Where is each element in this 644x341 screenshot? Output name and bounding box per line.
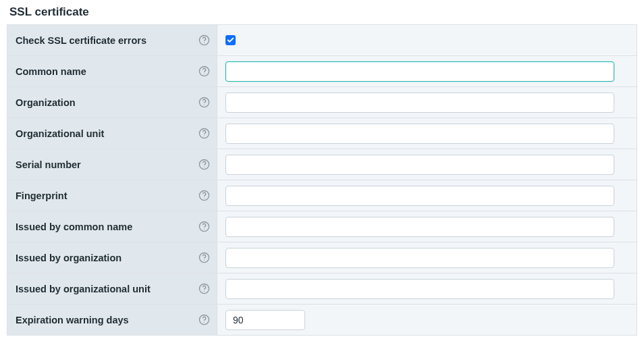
help-icon[interactable]	[198, 221, 210, 233]
svg-point-13	[203, 229, 204, 230]
row-organization: Organization	[7, 87, 637, 118]
common-name-input[interactable]	[225, 61, 614, 82]
svg-point-11	[203, 198, 204, 199]
check-errors-checkbox[interactable]	[225, 35, 236, 45]
fingerprint-input[interactable]	[225, 186, 614, 206]
help-icon[interactable]	[198, 159, 210, 171]
organizational-unit-label: Organizational unit	[16, 128, 104, 139]
row-serial-number: Serial number	[7, 149, 637, 180]
expiration-warning-input[interactable]	[225, 310, 305, 330]
help-icon[interactable]	[198, 97, 210, 109]
check-errors-label: Check SSL certificate errors	[16, 35, 146, 46]
label-cell: Serial number	[7, 149, 217, 180]
help-icon[interactable]	[198, 128, 210, 140]
value-cell	[217, 25, 637, 55]
help-icon[interactable]	[198, 252, 210, 264]
help-icon[interactable]	[198, 190, 210, 202]
fingerprint-label: Fingerprint	[16, 190, 68, 201]
row-check-errors: Check SSL certificate errors	[7, 25, 637, 56]
organizational-unit-input[interactable]	[225, 124, 614, 144]
row-common-name: Common name	[7, 56, 637, 87]
help-icon[interactable]	[198, 34, 210, 47]
help-icon[interactable]	[198, 65, 210, 78]
issued-by-org-label: Issued by organization	[16, 253, 122, 263]
issued-by-ou-label: Issued by organizational unit	[16, 284, 151, 294]
common-name-label: Common name	[16, 66, 86, 77]
label-cell: Organization	[7, 87, 217, 117]
svg-point-19	[203, 322, 204, 323]
svg-point-17	[203, 291, 204, 292]
svg-point-5	[203, 105, 204, 105]
label-cell: Expiration warning days	[7, 305, 217, 335]
organization-input[interactable]	[225, 93, 614, 113]
value-cell	[217, 305, 637, 335]
serial-number-label: Serial number	[16, 159, 81, 170]
help-icon[interactable]	[198, 283, 210, 295]
label-cell: Common name	[7, 56, 217, 86]
value-cell	[217, 118, 637, 149]
svg-point-15	[203, 260, 204, 261]
value-cell	[217, 180, 637, 211]
label-cell: Organizational unit	[7, 118, 217, 149]
value-cell	[217, 211, 637, 242]
section-title: SSL certificate	[9, 5, 637, 19]
label-cell: Fingerprint	[7, 180, 217, 211]
issued-by-cn-input[interactable]	[225, 217, 614, 237]
ssl-form: Check SSL certificate errors Common name	[7, 24, 637, 336]
row-expiration-warning: Expiration warning days	[7, 305, 637, 336]
label-cell: Issued by common name	[7, 211, 217, 242]
help-icon[interactable]	[198, 314, 210, 326]
ssl-certificate-section: SSL certificate Check SSL certificate er…	[0, 0, 644, 341]
value-cell	[217, 273, 637, 304]
value-cell	[217, 149, 637, 180]
value-cell	[217, 242, 637, 273]
label-cell: Issued by organization	[7, 242, 217, 273]
row-issued-by-ou: Issued by organizational unit	[7, 273, 637, 305]
value-cell	[217, 87, 637, 117]
row-issued-by-org: Issued by organization	[7, 242, 637, 273]
issued-by-cn-label: Issued by common name	[16, 221, 132, 232]
issued-by-ou-input[interactable]	[225, 279, 614, 299]
value-cell	[217, 56, 637, 86]
issued-by-org-input[interactable]	[225, 248, 614, 268]
row-organizational-unit: Organizational unit	[7, 118, 637, 149]
row-fingerprint: Fingerprint	[7, 180, 637, 211]
row-issued-by-cn: Issued by common name	[7, 211, 637, 242]
organization-label: Organization	[16, 97, 76, 108]
svg-point-3	[203, 74, 204, 74]
serial-number-input[interactable]	[225, 155, 614, 175]
svg-point-1	[203, 43, 204, 43]
expiration-warning-label: Expiration warning days	[16, 315, 129, 325]
svg-point-9	[203, 167, 204, 167]
svg-point-7	[203, 136, 204, 136]
label-cell: Issued by organizational unit	[7, 273, 217, 304]
label-cell: Check SSL certificate errors	[7, 25, 217, 55]
